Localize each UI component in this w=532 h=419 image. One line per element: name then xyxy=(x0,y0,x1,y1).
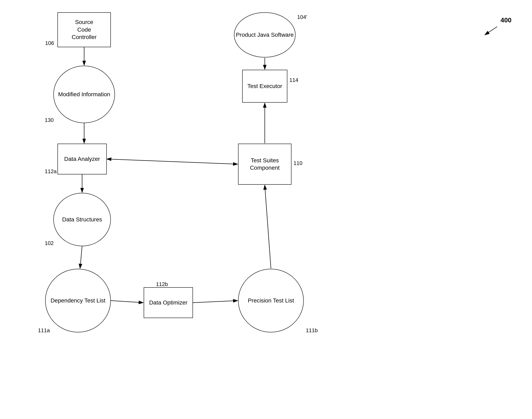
svg-line-9 xyxy=(107,159,238,164)
product-java-software-ellipse: Product Java Software xyxy=(234,12,295,57)
data-structures-label: Data Structures xyxy=(62,216,102,223)
product-java-software-id: 104' xyxy=(297,14,307,20)
data-structures-id: 102 xyxy=(45,240,53,247)
data-optimizer-label: Data Optimizer xyxy=(149,299,187,306)
test-executor-label: Test Executor xyxy=(247,82,282,90)
test-suites-component-id: 110 xyxy=(293,160,302,166)
svg-line-5 xyxy=(80,246,82,268)
svg-line-6 xyxy=(111,301,143,303)
precision-test-list-id: 111b xyxy=(306,327,318,334)
dependency-test-list-circle: Dependency Test List xyxy=(45,269,111,332)
test-executor-box: Test Executor xyxy=(242,70,287,103)
svg-line-8 xyxy=(265,185,271,268)
dependency-test-list-label: Dependency Test List xyxy=(51,297,105,304)
modified-information-id: 130 xyxy=(45,117,53,123)
dependency-test-list-id: 111a xyxy=(38,327,50,334)
data-analyzer-id: 112a xyxy=(45,168,57,175)
svg-line-12 xyxy=(485,27,497,35)
data-structures-circle: Data Structures xyxy=(53,193,111,246)
source-code-controller-id: 106 xyxy=(45,40,54,46)
test-suites-component-label: Test Suites Component xyxy=(239,157,291,172)
source-code-controller-label: Source Code Controller xyxy=(72,18,96,41)
diagram-container: Source Code Controller 106 Modified Info… xyxy=(0,0,532,419)
data-optimizer-id: 112b xyxy=(156,281,168,288)
modified-information-circle: Modified Information xyxy=(53,66,115,123)
source-code-controller-box: Source Code Controller xyxy=(57,12,111,47)
data-analyzer-box: Data Analyzer xyxy=(57,144,107,174)
data-optimizer-box: Data Optimizer xyxy=(144,287,193,318)
precision-test-list-circle: Precision Test List xyxy=(238,269,304,332)
figure-arrow xyxy=(481,23,505,39)
modified-information-label: Modified Information xyxy=(58,91,110,98)
svg-line-7 xyxy=(193,301,238,303)
test-suites-component-box: Test Suites Component xyxy=(238,144,292,185)
product-java-software-label: Product Java Software xyxy=(236,31,294,39)
precision-test-list-label: Precision Test List xyxy=(248,297,294,304)
data-analyzer-label: Data Analyzer xyxy=(64,155,100,163)
test-executor-id: 114 xyxy=(289,77,298,83)
